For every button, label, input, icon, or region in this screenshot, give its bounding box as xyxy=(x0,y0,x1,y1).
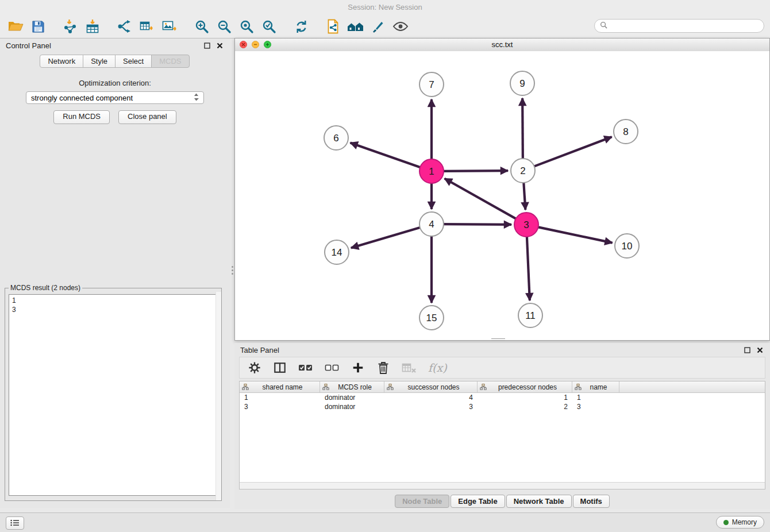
delete-row-icon[interactable] xyxy=(376,360,390,375)
task-history-button[interactable] xyxy=(6,516,24,530)
add-row-icon[interactable] xyxy=(351,360,365,375)
zoom-selected-icon[interactable] xyxy=(260,18,278,35)
zoom-out-icon[interactable] xyxy=(215,18,233,35)
tab-edge-table[interactable]: Edge Table xyxy=(451,495,505,508)
svg-text:4: 4 xyxy=(429,219,434,230)
network-graph[interactable]: 7968124314101511 xyxy=(235,51,769,340)
edge-4-14[interactable] xyxy=(351,228,421,248)
edge-1-6[interactable] xyxy=(351,143,421,168)
minimize-window-button[interactable] xyxy=(252,41,259,48)
node-14[interactable]: 14 xyxy=(325,240,349,264)
column-layout-icon[interactable] xyxy=(273,360,287,375)
node-4[interactable]: 4 xyxy=(419,212,444,236)
column-header-name[interactable]: name xyxy=(572,381,619,392)
deselect-all-checks-icon[interactable] xyxy=(325,360,340,375)
status-bar: Memory xyxy=(0,512,770,532)
memory-button[interactable]: Memory xyxy=(716,516,764,529)
node-15[interactable]: 15 xyxy=(419,306,444,330)
table-tabs: Node TableEdge TableNetwork TableMotifs xyxy=(234,495,770,508)
float-table-panel-icon[interactable] xyxy=(744,347,750,353)
node-3[interactable]: 3 xyxy=(514,213,538,237)
node-1[interactable]: 1 xyxy=(419,159,444,183)
select-all-checks-icon[interactable] xyxy=(298,360,313,375)
float-panel-icon[interactable] xyxy=(204,43,210,49)
edge-2-8[interactable] xyxy=(534,137,612,167)
node-7[interactable]: 7 xyxy=(419,72,444,97)
zoom-fit-icon[interactable] xyxy=(238,18,255,35)
horizontal-splitter-handle[interactable] xyxy=(491,338,505,341)
import-table-icon[interactable] xyxy=(84,18,101,35)
edge-2-3[interactable] xyxy=(523,182,525,210)
tab-mcds[interactable]: MCDS xyxy=(151,55,189,68)
tab-node-table[interactable]: Node Table xyxy=(395,495,449,508)
network-view-window: scc.txt 7968124314101511 xyxy=(234,38,770,341)
node-9[interactable]: 9 xyxy=(510,71,534,95)
close-panel-button[interactable]: Close panel xyxy=(118,110,176,124)
edge-2-9[interactable] xyxy=(522,98,523,159)
tab-motifs[interactable]: Motifs xyxy=(573,495,610,508)
column-header-MCDS-role[interactable]: MCDS role xyxy=(320,381,384,392)
result-scrollbar[interactable] xyxy=(215,292,221,500)
column-header-predecessor-nodes[interactable]: predecessor nodes xyxy=(478,381,572,392)
table-cell: dominator xyxy=(320,403,384,411)
column-header-filler xyxy=(619,381,765,392)
result-line: 3 xyxy=(12,305,214,314)
table-cell: 3 xyxy=(572,403,619,411)
eye-icon[interactable] xyxy=(392,18,409,35)
svg-text:1: 1 xyxy=(429,166,434,177)
close-panel-icon[interactable] xyxy=(217,43,223,49)
column-header-label: successor nodes xyxy=(384,383,477,391)
search-input[interactable] xyxy=(611,21,759,31)
network-window-titlebar[interactable]: scc.txt xyxy=(235,38,769,52)
node-11[interactable]: 11 xyxy=(518,303,542,327)
network-share-icon[interactable] xyxy=(116,18,133,35)
table-cell: 1 xyxy=(478,394,572,402)
export-image-icon[interactable] xyxy=(161,18,178,35)
tab-network-table[interactable]: Network Table xyxy=(506,495,572,508)
table-row[interactable]: 1dominator411 xyxy=(240,393,765,402)
table-row[interactable]: 3dominator323 xyxy=(240,402,765,411)
main-toolbar xyxy=(0,15,770,38)
column-header-label: predecessor nodes xyxy=(478,383,572,391)
edge-3-11[interactable] xyxy=(527,236,530,300)
zoom-window-button[interactable] xyxy=(264,41,271,48)
document-share-icon[interactable] xyxy=(325,18,342,35)
vertical-splitter-handle[interactable] xyxy=(230,261,234,279)
window-titlebar: Session: New Session xyxy=(0,0,770,15)
table-panel: Table Panel f(x) shared nameMCDS rolesuc… xyxy=(234,343,770,509)
search-box[interactable] xyxy=(594,19,764,33)
export-table-icon[interactable] xyxy=(138,18,156,35)
save-session-icon[interactable] xyxy=(29,18,47,35)
control-panel-title: Control Panel xyxy=(6,41,51,50)
paint-style-icon[interactable] xyxy=(369,18,387,35)
column-header-successor-nodes[interactable]: successor nodes xyxy=(384,381,478,392)
tab-select[interactable]: Select xyxy=(115,55,152,68)
import-network-icon[interactable] xyxy=(61,18,79,35)
table-cell: 1 xyxy=(572,394,619,402)
refresh-icon[interactable] xyxy=(292,18,310,35)
nested-networks-icon[interactable] xyxy=(347,18,364,35)
edge-1-2[interactable] xyxy=(443,171,508,171)
close-window-button[interactable] xyxy=(240,41,247,48)
run-mcds-button[interactable]: Run MCDS xyxy=(53,110,110,124)
memory-label: Memory xyxy=(732,518,757,526)
edge-3-10[interactable] xyxy=(538,227,613,242)
node-2[interactable]: 2 xyxy=(511,159,535,183)
edge-4-3[interactable] xyxy=(443,224,511,225)
table-horizontal-scrollbar[interactable] xyxy=(240,482,765,489)
node-8[interactable]: 8 xyxy=(614,119,638,144)
settings-gear-icon[interactable] xyxy=(248,360,261,375)
zoom-in-icon[interactable] xyxy=(193,18,210,35)
open-folder-icon[interactable] xyxy=(7,18,24,35)
tab-style[interactable]: Style xyxy=(83,55,116,68)
node-6[interactable]: 6 xyxy=(324,126,348,150)
column-header-shared-name[interactable]: shared name xyxy=(240,381,320,392)
criterion-dropdown[interactable]: strongly connected component xyxy=(26,91,204,104)
tab-network[interactable]: Network xyxy=(40,55,83,68)
node-10[interactable]: 10 xyxy=(615,234,639,258)
svg-text:6: 6 xyxy=(333,133,338,144)
svg-text:10: 10 xyxy=(622,241,633,252)
edge-3-1[interactable] xyxy=(445,179,517,219)
network-canvas[interactable]: 7968124314101511 xyxy=(235,51,769,340)
close-table-panel-icon[interactable] xyxy=(757,347,763,353)
